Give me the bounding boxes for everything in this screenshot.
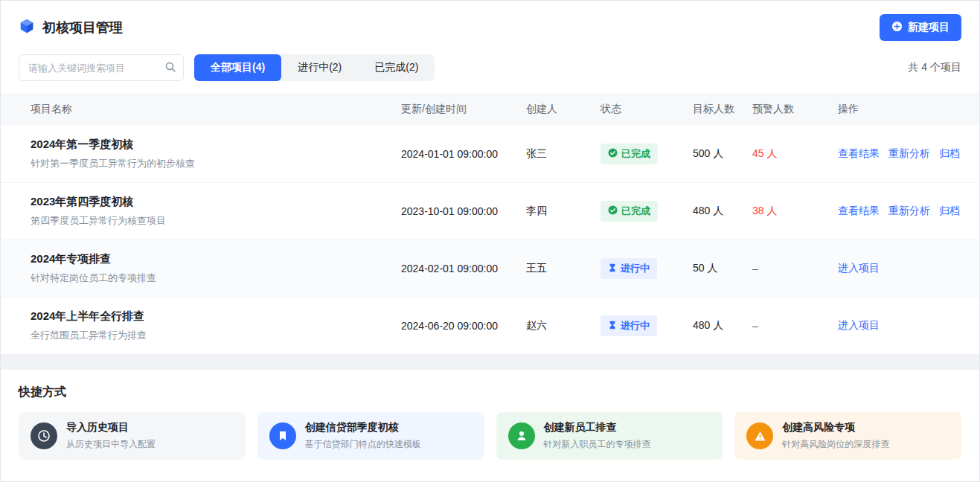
project-desc: 第四季度员工异常行为核查项目 [31, 214, 401, 228]
shortcut-credit-dept-review[interactable]: 创建信贷部季度初核 基于信贷部门特点的快速模板 [257, 412, 484, 460]
table-row: 2024年专项排查 针对特定岗位员工的专项排查 2024-02-01 09:00… [1, 240, 979, 298]
project-target: 50 人 [693, 262, 752, 275]
cube-icon [19, 18, 35, 37]
col-status: 状态 [601, 103, 693, 116]
project-target: 500 人 [693, 147, 752, 161]
project-desc: 针对第一季度员工异常行为的初步核查 [31, 157, 401, 170]
search-box [19, 54, 184, 81]
status-label: 已完成 [621, 205, 650, 218]
col-target: 目标人数 [693, 103, 752, 116]
enter-project-link[interactable]: 进入项目 [838, 262, 880, 275]
top-panel: 初核项目管理 新建项目 [1, 1, 979, 355]
check-circle-icon [608, 205, 618, 217]
page-title: 初核项目管理 [42, 19, 123, 36]
project-desc: 全行范围员工异常行为排查 [31, 329, 401, 342]
status-badge: 已完成 [601, 144, 658, 164]
tab-all-projects[interactable]: 全部项目(4) [194, 54, 281, 81]
clock-icon [31, 422, 57, 449]
section-gap [1, 355, 979, 370]
col-time: 更新/创建时间 [401, 103, 526, 116]
project-warning: – [752, 263, 838, 274]
reanalyze-link[interactable]: 重新分析 [888, 205, 930, 218]
status-label: 进行中 [621, 262, 650, 275]
table-row: 2023年第四季度初核 第四季度员工异常行为核查项目 2023-10-01 09… [1, 183, 979, 240]
status-badge: 已完成 [601, 201, 658, 222]
project-time: 2024-06-20 09:00:00 [401, 320, 526, 332]
total-count: 共 4 个项目 [908, 61, 961, 74]
project-time: 2024-02-01 09:00:00 [401, 263, 526, 274]
project-time: 2023-10-01 09:00:00 [401, 205, 526, 217]
project-name: 2024年第一季度初核 [31, 138, 401, 152]
col-creator: 创建人 [526, 103, 601, 116]
shortcuts-title: 快捷方式 [19, 385, 961, 400]
reanalyze-link[interactable]: 重新分析 [888, 147, 930, 161]
project-warning: 38 人 [752, 205, 838, 218]
view-result-link[interactable]: 查看结果 [838, 147, 880, 161]
status-label: 进行中 [621, 319, 650, 332]
shortcut-title: 导入历史项目 [66, 421, 156, 434]
project-name: 2024年上半年全行排查 [31, 309, 401, 324]
table-row: 2024年上半年全行排查 全行范围员工异常行为排查 2024-06-20 09:… [1, 298, 979, 355]
tab-completed[interactable]: 已完成(2) [358, 54, 435, 81]
col-warning: 预警人数 [752, 103, 838, 116]
table-row: 2024年第一季度初核 针对第一季度员工异常行为的初步核查 2024-01-01… [1, 126, 979, 183]
shortcut-import-history[interactable]: 导入历史项目 从历史项目中导入配置 [19, 412, 246, 460]
hourglass-icon [608, 321, 617, 332]
project-creator: 赵六 [526, 319, 601, 332]
shortcut-desc: 从历史项目中导入配置 [66, 438, 156, 451]
shortcut-desc: 基于信贷部门特点的快速模板 [305, 438, 421, 451]
project-creator: 张三 [526, 147, 601, 161]
shortcut-new-employee-check[interactable]: 创建新员工排查 针对新入职员工的专项排查 [496, 412, 723, 460]
archive-link[interactable]: 归档 [939, 205, 960, 218]
project-time: 2024-01-01 09:00:00 [401, 148, 526, 160]
project-name: 2023年第四季度初核 [31, 195, 401, 209]
warning-triangle-icon [746, 422, 773, 449]
shortcut-title: 创建新员工排查 [544, 421, 651, 434]
page: 初核项目管理 新建项目 [0, 0, 980, 482]
search-icon [164, 61, 176, 76]
plus-circle-icon [891, 21, 903, 34]
project-tabs: 全部项目(4) 进行中(2) 已完成(2) [194, 54, 435, 81]
project-name: 2024年专项排查 [31, 252, 401, 266]
shortcut-desc: 针对高风险岗位的深度排查 [782, 438, 889, 451]
status-label: 已完成 [621, 147, 650, 161]
project-desc: 针对特定岗位员工的专项排查 [31, 271, 401, 285]
project-creator: 李四 [526, 205, 601, 218]
shortcut-title: 创建信贷部季度初核 [305, 421, 421, 434]
check-circle-icon [608, 148, 618, 160]
col-actions: 操作 [838, 103, 961, 116]
shortcuts-panel: 快捷方式 导入历史项目 从历史项目中导入配置 [1, 370, 979, 481]
status-badge: 进行中 [601, 315, 657, 336]
project-target: 480 人 [693, 205, 752, 218]
project-creator: 王五 [526, 262, 601, 275]
hourglass-icon [608, 263, 617, 274]
status-badge: 进行中 [601, 258, 657, 279]
enter-project-link[interactable]: 进入项目 [838, 319, 880, 332]
tab-in-progress[interactable]: 进行中(2) [281, 54, 358, 81]
shortcut-title: 创建高风险专项 [782, 421, 889, 434]
shortcut-high-risk-special[interactable]: 创建高风险专项 针对高风险岗位的深度排查 [734, 412, 961, 460]
new-project-label: 新建项目 [908, 21, 949, 34]
app-header: 初核项目管理 新建项目 [1, 1, 979, 50]
project-warning: 45 人 [752, 147, 838, 161]
person-icon [508, 422, 535, 449]
search-input[interactable] [19, 54, 184, 81]
toolbar: 全部项目(4) 进行中(2) 已完成(2) 共 4 个项目 [1, 50, 979, 93]
view-result-link[interactable]: 查看结果 [838, 205, 880, 218]
project-target: 480 人 [693, 319, 752, 332]
table-header-row: 项目名称 更新/创建时间 创建人 状态 目标人数 预警人数 操作 [1, 93, 979, 126]
shortcut-desc: 针对新入职员工的专项排查 [544, 438, 651, 451]
project-warning: – [752, 320, 838, 332]
archive-link[interactable]: 归档 [939, 147, 960, 161]
new-project-button[interactable]: 新建项目 [880, 14, 961, 41]
bookmark-icon [269, 422, 296, 449]
col-name: 项目名称 [31, 103, 401, 116]
